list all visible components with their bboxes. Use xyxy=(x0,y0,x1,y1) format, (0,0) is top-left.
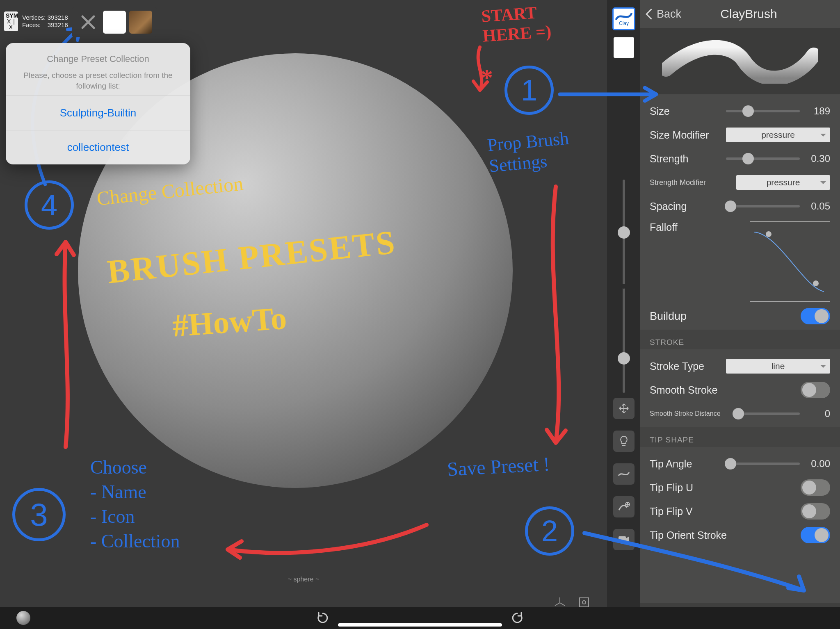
redo-button[interactable] xyxy=(510,611,524,625)
brush-thumb-label: Clay xyxy=(619,21,629,26)
spacing-value: 0.05 xyxy=(806,201,830,212)
active-brush-thumb[interactable]: Clay xyxy=(612,7,635,30)
falloff-label: Falloff xyxy=(650,221,719,233)
sym-line1: SYM xyxy=(6,13,16,18)
mesh-stats: SYM X | X Vertices: 393218 Faces: 393216 xyxy=(4,11,68,31)
brush-stroke-icon xyxy=(615,11,632,21)
preset-strip: testytest xyxy=(72,7,157,37)
change-collection-popover: Change Preset Collection Please, choose … xyxy=(6,43,190,164)
size-modifier-label: Size Modifier xyxy=(650,129,719,141)
spacing-label: Spacing xyxy=(650,201,719,212)
brush-preview-stroke-icon xyxy=(662,39,818,84)
preset-thumb-testytest[interactable]: testytest xyxy=(103,11,126,34)
stats-text: Vertices: 393218 Faces: 393216 xyxy=(22,14,68,29)
viewport-tool-icons xyxy=(612,398,636,550)
collection-option-builtin[interactable]: Sculpting-Builtin xyxy=(6,96,190,130)
strength-modifier-select[interactable]: pressure xyxy=(736,175,830,190)
home-indicator[interactable] xyxy=(338,623,502,627)
slider-midpoint-icon xyxy=(621,284,626,289)
size-value: 189 xyxy=(806,105,830,117)
smooth-dist-label: Smooth Stroke Distance xyxy=(650,410,730,417)
stroke-add-button[interactable] xyxy=(613,496,635,517)
smooth-dist-slider[interactable] xyxy=(736,412,800,415)
size-label: Size xyxy=(650,105,719,117)
strength-value: 0.30 xyxy=(806,153,830,164)
move-icon xyxy=(619,403,629,414)
svg-rect-1 xyxy=(619,536,626,543)
popover-title: Change Preset Collection xyxy=(16,54,180,64)
strength-slider[interactable] xyxy=(726,157,800,160)
camera-button[interactable] xyxy=(613,529,635,550)
close-icon xyxy=(80,14,96,30)
tip-shape-section-header: TIP SHAPE xyxy=(640,427,840,447)
smooth-stroke-toggle[interactable] xyxy=(801,382,830,398)
stroke-add-icon xyxy=(618,501,630,513)
chevron-down-icon xyxy=(820,365,826,371)
falloff-curve-icon xyxy=(750,222,830,301)
smooth-dist-value: 0 xyxy=(806,408,830,419)
tip-flip-u-label: Tip Flip U xyxy=(650,482,719,494)
brush-size-vslider[interactable] xyxy=(623,180,625,393)
svg-rect-2 xyxy=(580,598,589,607)
curve-button[interactable] xyxy=(613,463,635,485)
stroke-section-header: STROKE xyxy=(640,330,840,349)
brush-preview xyxy=(640,28,840,94)
close-presets-button[interactable] xyxy=(77,11,100,34)
slider-knob-2[interactable] xyxy=(618,352,630,365)
lightbulb-button[interactable] xyxy=(613,431,635,452)
tip-flip-v-toggle[interactable] xyxy=(801,503,830,520)
material-ball-button[interactable] xyxy=(16,611,30,625)
buildup-toggle[interactable] xyxy=(801,308,830,324)
falloff-curve-editor[interactable] xyxy=(750,221,830,302)
tool-column: Clay xyxy=(612,7,636,393)
strength-modifier-label: Strength Modifier xyxy=(650,178,730,187)
curve-icon xyxy=(618,470,630,478)
svg-point-3 xyxy=(582,601,586,604)
chevron-down-icon xyxy=(820,134,826,139)
move-tool-button[interactable] xyxy=(613,398,635,419)
spacing-slider[interactable] xyxy=(726,205,800,207)
strength-label: Strength xyxy=(650,153,719,165)
camera-icon xyxy=(618,535,630,544)
slider-knob[interactable] xyxy=(618,226,630,239)
tip-orient-label: Tip Orient Stroke xyxy=(650,529,756,541)
preset-thumb-photo[interactable] xyxy=(129,11,152,34)
tip-angle-label: Tip Angle xyxy=(650,458,719,470)
color-swatch[interactable] xyxy=(612,36,635,59)
svg-point-5 xyxy=(813,280,819,286)
collection-option-test[interactable]: collectiontest xyxy=(6,130,190,164)
scene-label: ~ sphere ~ xyxy=(288,576,320,583)
size-modifier-select[interactable]: pressure xyxy=(726,128,830,142)
sym-line2: X | X xyxy=(6,18,16,30)
tip-angle-slider[interactable] xyxy=(726,463,800,465)
tip-angle-value: 0.00 xyxy=(806,458,830,469)
chevron-down-icon xyxy=(820,181,826,187)
stroke-type-select[interactable]: line xyxy=(726,359,830,374)
tip-flip-v-label: Tip Flip V xyxy=(650,506,719,517)
panel-title: ClayBrush xyxy=(665,7,833,21)
undo-button[interactable] xyxy=(316,611,330,625)
svg-point-4 xyxy=(766,231,772,237)
size-slider[interactable] xyxy=(726,110,800,112)
brush-properties-panel: Back ClayBrush Size 189 Size Modifier pr… xyxy=(640,0,840,629)
smooth-stroke-label: Smooth Stroke xyxy=(650,384,719,396)
tip-flip-u-toggle[interactable] xyxy=(801,479,830,496)
thumb-label: testytest xyxy=(106,11,123,34)
buildup-label: Buildup xyxy=(650,310,719,323)
tip-orient-toggle[interactable] xyxy=(801,527,830,543)
lightbulb-icon xyxy=(619,435,629,447)
fullscreen-icon[interactable] xyxy=(578,597,590,608)
symmetry-badge[interactable]: SYM X | X xyxy=(4,11,18,31)
chevron-left-icon xyxy=(646,9,657,20)
popover-message: Please, choose a preset collection from … xyxy=(16,70,180,91)
stroke-type-label: Stroke Type xyxy=(650,360,719,372)
